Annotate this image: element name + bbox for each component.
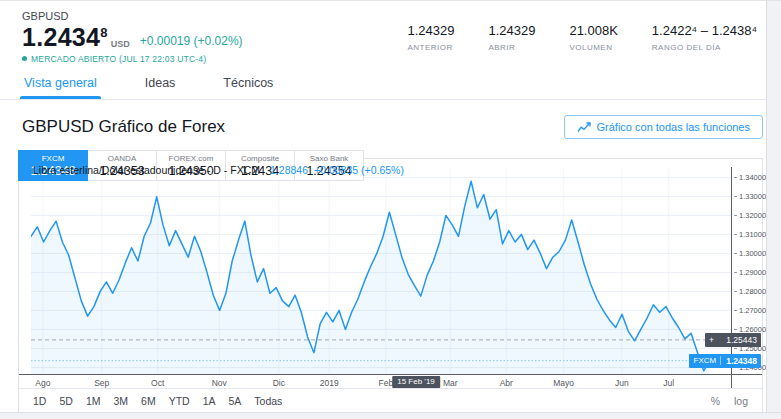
time-axis-label: Jun <box>615 378 629 388</box>
broker-name: OANDA <box>88 154 156 163</box>
stat-label: RANGO DEL DÍA <box>652 43 757 52</box>
percent-scale-toggle[interactable]: % <box>711 395 720 407</box>
stat-label: ANTERIOR <box>407 43 454 52</box>
stat-abrir: 1.24329 ABRIR <box>488 23 535 52</box>
stat-anterior: 1.24329 ANTERIOR <box>407 23 454 52</box>
last-price-value: 1.24348 <box>726 356 757 366</box>
chart-toolbar: 1D 5D 1M 3M 6M YTD 1A 5A Todas % log <box>19 388 762 413</box>
price-tick-label: 1.31000 <box>734 230 766 239</box>
last-price-source: FXCM <box>694 356 722 365</box>
chart-legend: Libra esterlina/Dólar estadounidense - D… <box>33 164 404 176</box>
chart-plot-area[interactable] <box>31 167 731 374</box>
price-tick-label: 1.34000 <box>734 173 766 182</box>
plus-icon[interactable]: + <box>709 335 714 345</box>
full-featured-chart-label: Gráfico con todas las funciones <box>597 121 750 133</box>
price-tick-label: 1.29000 <box>734 268 766 277</box>
time-scale[interactable]: 15 Feb '19 AgoSepOctNovDic2019FebMarAbrM… <box>19 374 762 388</box>
range-button-todas[interactable]: Todas <box>254 395 282 407</box>
stat-volumen: 21.008K VOLUMEN <box>569 23 617 52</box>
section-header: GBPUSD Gráfico de Forex Gráfico con toda… <box>0 100 781 150</box>
legend-value: 1.28846 <box>270 164 308 176</box>
stat-value: 1.24329 <box>407 23 454 38</box>
range-button-ytd[interactable]: YTD <box>169 395 190 407</box>
tab-vista-general[interactable]: Vista general <box>24 76 97 99</box>
price-main: 1.2434 <box>22 23 100 51</box>
market-status: MERCADO ABIERTO (JUL 17 22:03 UTC-4) <box>0 50 781 64</box>
legend-change: +0.00835 (+0.65%) <box>314 164 404 176</box>
last-price-badge: FXCM 1.24348 <box>689 354 761 368</box>
time-axis-label: Mayo <box>553 378 574 388</box>
time-axis-label: Mar <box>443 378 458 388</box>
crosshair-date-badge: 15 Feb '19 <box>392 376 440 388</box>
key-stats: 1.24329 ANTERIOR 1.24329 ABRIR 21.008K V… <box>407 23 757 52</box>
broker-name: FOREX.com <box>157 154 225 163</box>
price-change: +0.00019 (+0.02%) <box>140 34 243 48</box>
price-fractional-digit: 8 <box>100 25 108 40</box>
price-line-chart <box>31 167 731 374</box>
main-nav-tabs: Vista general Ideas Técnicos <box>0 64 781 100</box>
chart-widget: Libra esterlina/Dólar estadounidense - D… <box>18 158 763 413</box>
price-tick-label: 1.33000 <box>734 192 766 201</box>
crosshair-price-value: 1.25443 <box>726 335 757 345</box>
range-button-1m[interactable]: 1M <box>86 395 101 407</box>
time-axis-label: Ago <box>35 378 50 388</box>
price-area-fill <box>31 181 710 374</box>
price-tick-label: 1.30000 <box>734 249 766 258</box>
price-scale[interactable]: + 1.25443 FXCM 1.24348 1.240001.250001.2… <box>731 167 762 388</box>
stat-label: VOLUMEN <box>569 43 617 52</box>
time-axis-label: Oct <box>151 378 164 388</box>
time-axis-label: 2019 <box>320 378 339 388</box>
symbol-name: GBPUSD <box>0 1 781 22</box>
time-axis-label: Dic <box>273 378 285 388</box>
page: GBPUSD 1.24348 USD +0.00019 (+0.02%) MER… <box>0 0 781 419</box>
range-button-5d[interactable]: 5D <box>59 395 72 407</box>
range-button-6m[interactable]: 6M <box>141 395 156 407</box>
tab-ideas[interactable]: Ideas <box>145 76 176 99</box>
time-axis-label: Jul <box>663 378 674 388</box>
stat-label: ABRIR <box>488 43 535 52</box>
time-axis-label: Feb <box>379 378 394 388</box>
symbol-header: GBPUSD 1.24348 USD +0.00019 (+0.02%) MER… <box>0 1 781 64</box>
full-featured-chart-button[interactable]: Gráfico con todas las funciones <box>564 115 763 139</box>
price-tick-label: 1.28000 <box>734 287 766 296</box>
area-chart-icon <box>577 122 591 133</box>
currency-label: USD <box>111 39 130 49</box>
market-open-dot-icon <box>22 56 27 61</box>
log-scale-toggle[interactable]: log <box>734 395 748 407</box>
range-button-1d[interactable]: 1D <box>33 395 46 407</box>
stat-value: 1.2422⁴ – 1.2438⁴ <box>652 23 757 38</box>
broker-name: Composite <box>226 154 294 163</box>
legend-symbol-title: Libra esterlina/Dólar estadounidense - D… <box>33 164 260 176</box>
page-title: GBPUSD Gráfico de Forex <box>22 117 225 137</box>
range-button-5a[interactable]: 5A <box>229 395 242 407</box>
stat-value: 1.24329 <box>488 23 535 38</box>
range-button-3m[interactable]: 3M <box>113 395 128 407</box>
price-tick-label: 1.32000 <box>734 211 766 220</box>
tab-tecnicos[interactable]: Técnicos <box>223 76 273 99</box>
stat-rango-del-dia: 1.2422⁴ – 1.2438⁴ RANGO DEL DÍA <box>652 23 757 52</box>
crosshair-price-badge: + 1.25443 <box>705 333 761 347</box>
scale-toggles: % log <box>711 395 748 407</box>
broker-name: Saxo Bank <box>295 154 363 163</box>
stat-value: 21.008K <box>569 23 617 38</box>
price-tick-label: 1.27000 <box>734 306 766 315</box>
time-axis-label: Nov <box>212 378 227 388</box>
time-axis-label: Abr <box>500 378 513 388</box>
current-price: 1.24348 <box>22 25 108 50</box>
broker-name: FXCM <box>19 154 87 163</box>
time-axis-label: Sep <box>94 378 109 388</box>
market-status-text: MERCADO ABIERTO (JUL 17 22:03 UTC-4) <box>31 54 206 64</box>
range-button-1a[interactable]: 1A <box>203 395 216 407</box>
